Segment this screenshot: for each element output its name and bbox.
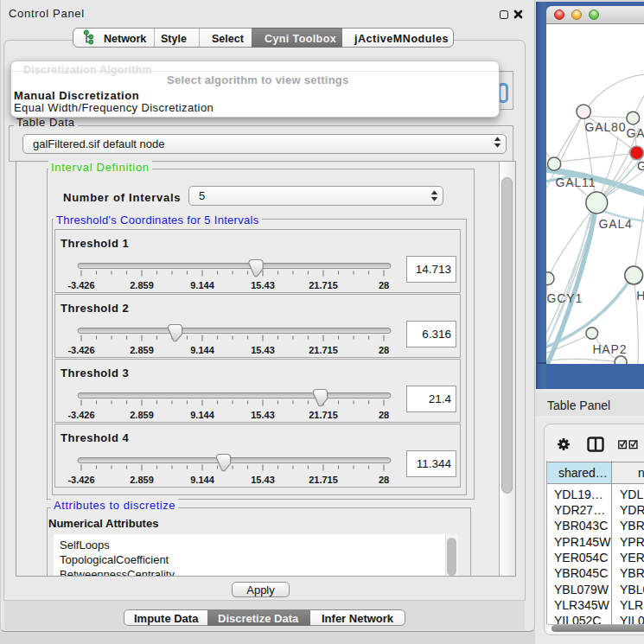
svg-text:G: G	[637, 159, 644, 173]
svg-text:HAP2: HAP2	[592, 342, 627, 356]
svg-text:GAL11: GAL11	[556, 175, 596, 189]
svg-text:GA: GA	[627, 126, 644, 140]
svg-text:GAL4: GAL4	[599, 217, 633, 231]
svg-text:GCY1: GCY1	[547, 291, 583, 305]
svg-text:GAL80: GAL80	[585, 120, 627, 134]
svg-text:H: H	[636, 289, 644, 303]
